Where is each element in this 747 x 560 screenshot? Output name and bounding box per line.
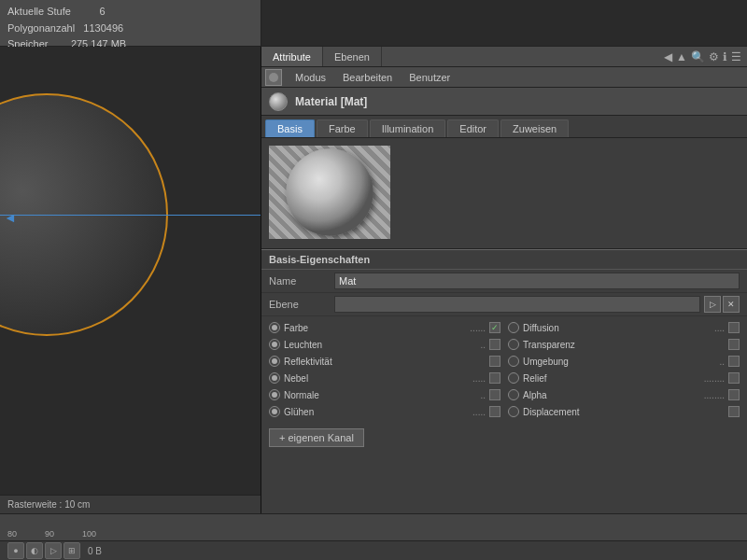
section-header: Basis-Eigenschaften (261, 249, 747, 270)
settings-icon[interactable]: ⚙ (709, 50, 719, 63)
status-icon-1[interactable]: ● (7, 542, 24, 559)
channel-dots-diffusion: .... (714, 323, 725, 333)
radio-normale[interactable] (269, 389, 280, 400)
ebene-x-btn[interactable]: ✕ (723, 296, 740, 313)
channel-name-nebel: Nebel (284, 373, 469, 384)
channel-check-reflektivitat[interactable] (489, 356, 500, 367)
top-info-left: Aktuelle Stufe 6 Polygonanzahl 1130496 S… (0, 0, 261, 46)
radio-umgebung[interactable] (508, 356, 519, 367)
bottom-bar: 8090100 ● ◐ ▷ ⊞ 0 B (0, 513, 747, 560)
subtab-basis[interactable]: Basis (265, 119, 315, 137)
ebene-input[interactable] (334, 296, 700, 313)
properties-section: Basis-Eigenschaften Name Ebene ▷ ✕ Farbe… (261, 249, 747, 513)
polygone-value: 1130496 (83, 22, 123, 34)
channel-check-diffusion[interactable] (728, 322, 740, 333)
ruler-bar: 8090100 (0, 514, 747, 541)
channel-item-alpha[interactable]: Alpha ........ (508, 387, 740, 402)
channel-item-nebel[interactable]: Nebel ..... (269, 371, 500, 385)
menu-benutzer[interactable]: Benutzer (402, 70, 458, 85)
radio-reflektivitat[interactable] (269, 356, 280, 367)
channel-check-umgebung[interactable] (728, 356, 740, 367)
channels-grid: Farbe ...... ✓ Diffusion .... Leuchten .… (261, 316, 747, 423)
menu-icon[interactable]: ☰ (731, 50, 741, 63)
ebene-row: Ebene ▷ ✕ (261, 293, 747, 316)
subtab-zuweisen[interactable]: Zuweisen (500, 119, 569, 137)
channel-item-leuchten[interactable]: Leuchten .. (269, 337, 500, 352)
channel-item-relief[interactable]: Relief ........ (508, 371, 740, 385)
channel-check-displacement[interactable] (728, 406, 740, 417)
channel-dots-gluhen: ..... (472, 407, 486, 417)
stufe-value: 6 (99, 6, 105, 17)
channel-item-transparenz[interactable]: Transparenz (508, 337, 740, 352)
channel-check-nebel[interactable] (489, 372, 500, 384)
subtab-farbe[interactable]: Farbe (317, 119, 368, 137)
radio-transparenz[interactable] (508, 339, 519, 350)
ruler-markers: 8090100 (0, 529, 96, 539)
viewport[interactable]: ◄ Rasterweite : 10 cm (0, 47, 261, 513)
channel-dots-farbe: ...... (470, 323, 486, 333)
radio-farbe[interactable] (269, 322, 280, 333)
channel-check-relief[interactable] (728, 372, 740, 384)
panel-top-tabs: Attribute Ebenen ◀ ▲ 🔍 ⚙ ℹ ☰ (261, 47, 747, 67)
tab-attribute[interactable]: Attribute (261, 47, 323, 66)
channel-name-gluhen: Glühen (284, 407, 469, 417)
name-input[interactable] (334, 273, 740, 289)
radio-gluhen[interactable] (269, 406, 280, 417)
panel-menu: Modus Bearbeiten Benutzer (261, 67, 747, 88)
menu-bearbeiten[interactable]: Bearbeiten (335, 70, 400, 85)
ebene-arrow-btn[interactable]: ▷ (704, 296, 721, 313)
channel-name-umgebung: Umgebung (523, 357, 715, 367)
channel-item-farbe[interactable]: Farbe ...... ✓ (269, 320, 500, 335)
name-label: Name (269, 275, 334, 287)
svg-point-0 (269, 73, 278, 82)
material-ball-icon (269, 92, 288, 111)
channel-name-displacement: Displacement (523, 407, 721, 417)
arrow-left-icon[interactable]: ◀ (664, 50, 672, 63)
main-area: ◄ Rasterweite : 10 cm Attribute Ebenen ◀… (0, 47, 747, 513)
channel-check-alpha[interactable] (728, 389, 740, 400)
channel-item-gluhen[interactable]: Glühen ..... (269, 404, 500, 419)
stufe-label: Aktuelle Stufe (7, 6, 71, 17)
channel-check-gluhen[interactable] (489, 406, 500, 417)
arrow-up-icon[interactable]: ▲ (676, 50, 687, 63)
radio-diffusion[interactable] (508, 322, 519, 333)
subtab-illumination[interactable]: Illumination (370, 119, 446, 137)
material-header: Material [Mat] (261, 88, 747, 116)
radio-nebel[interactable] (269, 372, 280, 384)
status-icon-3[interactable]: ▷ (45, 542, 62, 559)
channel-name-normale: Normale (284, 390, 476, 400)
channel-check-transparenz[interactable] (728, 339, 740, 350)
channel-check-normale[interactable] (489, 389, 500, 400)
name-row: Name (261, 270, 747, 293)
channel-item-normale[interactable]: Normale .. (269, 387, 500, 402)
channel-dots-leuchten: .. (480, 340, 486, 350)
radio-relief[interactable] (508, 372, 519, 384)
status-icon-4[interactable]: ⊞ (63, 542, 80, 559)
tab-ebenen[interactable]: Ebenen (323, 47, 382, 66)
polygone-row: Polygonanzahl 1130496 (7, 21, 253, 37)
channel-name-alpha: Alpha (523, 390, 700, 400)
menu-modus[interactable]: Modus (288, 70, 333, 85)
channel-item-displacement[interactable]: Displacement (508, 404, 740, 419)
radio-leuchten[interactable] (269, 339, 280, 350)
info-icon[interactable]: ℹ (723, 50, 727, 63)
channel-item-reflektivitat[interactable]: Reflektivität (269, 354, 500, 369)
search-icon[interactable]: 🔍 (691, 50, 705, 63)
radio-alpha[interactable] (508, 389, 519, 400)
status-icons: ● ◐ ▷ ⊞ (7, 542, 80, 559)
subtab-editor[interactable]: Editor (447, 119, 499, 137)
channel-item-diffusion[interactable]: Diffusion .... (508, 320, 740, 335)
channel-item-umgebung[interactable]: Umgebung .. (508, 354, 740, 369)
ruler-mark-100: 100 (82, 529, 96, 539)
viewport-bottom-bar: Rasterweite : 10 cm (0, 495, 261, 513)
status-bar: ● ◐ ▷ ⊞ 0 B (0, 541, 747, 560)
preview-area (261, 138, 747, 249)
channel-check-leuchten[interactable] (489, 339, 500, 350)
radio-displacement[interactable] (508, 406, 519, 417)
panel-top-icons: ◀ ▲ 🔍 ⚙ ℹ ☰ (658, 47, 747, 66)
channel-check-farbe[interactable]: ✓ (489, 322, 500, 333)
channel-name-relief: Relief (523, 373, 700, 384)
channel-name-farbe: Farbe (284, 323, 466, 333)
status-icon-2[interactable]: ◐ (26, 542, 43, 559)
add-channel-button[interactable]: + eigenen Kanal (269, 428, 364, 447)
